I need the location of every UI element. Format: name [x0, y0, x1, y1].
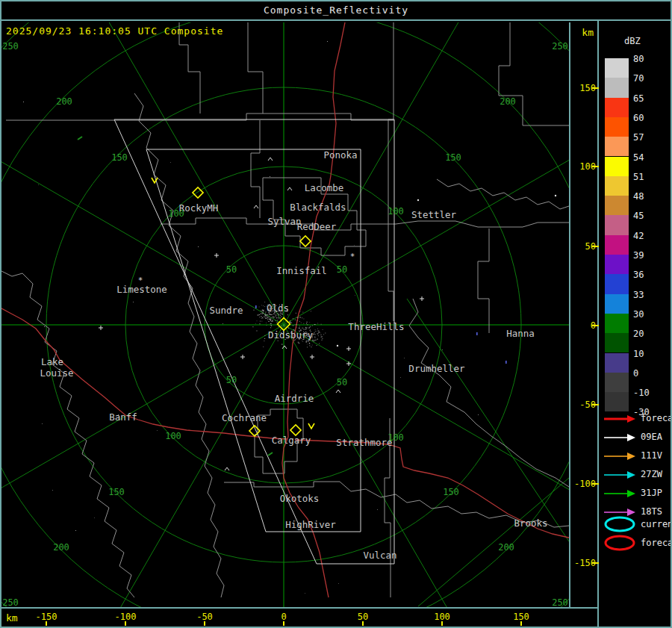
sidebar: dBZ 807065605754514845423936333020100-10… — [597, 21, 672, 627]
city-label: Lacombe — [305, 182, 344, 193]
clutter-echo — [281, 314, 283, 314]
bottom-axis-tick — [204, 621, 205, 626]
clutter-echo — [322, 340, 323, 341]
cell-motion-check-marker — [308, 423, 314, 429]
clutter-echo — [280, 315, 281, 316]
clutter-echo — [290, 322, 291, 323]
dot-marker — [417, 199, 419, 201]
city-label: Strathmore — [336, 437, 392, 448]
noise-speck — [355, 295, 355, 296]
colorscale-value-label: 70 — [633, 74, 644, 83]
clutter-echo — [262, 309, 263, 310]
clutter-echo — [302, 312, 303, 313]
clutter-echo — [267, 318, 268, 319]
caret-marker — [282, 346, 287, 349]
noise-speck — [338, 583, 339, 584]
radar-track-arrow-icon — [603, 451, 636, 461]
radar-map-canvas[interactable]: 2502001501005050100150200250501001502002… — [1, 22, 569, 607]
clutter-echo — [263, 346, 264, 347]
city-label: Innisfail — [276, 265, 327, 276]
city-label: Cochrane — [222, 412, 267, 423]
clutter-echo — [312, 326, 313, 326]
clutter-echo — [270, 323, 272, 324]
colorscale-value-label: 10 — [633, 349, 644, 358]
noise-speck — [133, 302, 134, 302]
clutter-echo — [320, 337, 322, 338]
range-ring-label: 250 — [2, 597, 19, 607]
clutter-echo — [323, 334, 324, 335]
range-ring-label: 150 — [111, 152, 128, 163]
noise-speck — [157, 430, 158, 431]
clutter-echo — [320, 335, 322, 335]
clutter-echo — [266, 323, 267, 323]
clutter-echo — [261, 318, 262, 319]
city-label: Drumheller — [408, 363, 465, 374]
colorscale-box — [605, 117, 629, 137]
clutter-echo — [272, 320, 273, 320]
clutter-echo — [258, 315, 259, 316]
legend-label: 18TS — [641, 506, 662, 517]
clutter-echo — [268, 316, 269, 317]
noise-speck — [442, 349, 443, 350]
clutter-echo — [293, 318, 293, 319]
clutter-echo — [293, 326, 293, 326]
city-label: Limestone — [116, 284, 167, 295]
bottom-axis-tick — [46, 621, 47, 626]
clutter-echo — [276, 322, 278, 323]
clutter-echo — [307, 324, 308, 325]
plus-marker — [214, 253, 219, 258]
clutter-echo — [317, 333, 319, 334]
clutter-echo — [321, 324, 322, 325]
colorscale-value-label: 48 — [633, 192, 644, 201]
legend-label: 27ZW — [641, 469, 662, 479]
colorscale-box — [605, 314, 629, 333]
bottom-axis-tick-label: -100 — [108, 612, 143, 622]
bottom-axis-tick — [441, 621, 443, 626]
clutter-echo — [264, 316, 264, 317]
clutter-echo — [307, 346, 308, 347]
right-axis-tick — [592, 246, 599, 247]
clutter-echo — [280, 317, 281, 318]
noise-speck — [52, 490, 53, 491]
range-ring-label: 150 — [445, 152, 461, 163]
clutter-echo — [318, 332, 320, 333]
clutter-echo — [306, 323, 307, 324]
clutter-echo — [252, 326, 253, 327]
clutter-echo — [299, 328, 300, 329]
right-axis: km 150100500-50-100-150 — [569, 22, 597, 607]
range-ring-label: 100 — [388, 206, 404, 217]
noise-speck — [44, 326, 45, 327]
clutter-echo — [298, 342, 299, 343]
colorscale-box — [605, 333, 629, 352]
clutter-echo — [306, 342, 307, 343]
clutter-echo — [264, 309, 264, 310]
clutter-echo — [317, 335, 318, 335]
caret-marker — [268, 158, 273, 161]
clutter-echo — [308, 328, 309, 329]
colorscale-box — [605, 58, 629, 78]
bottom-axis-tick-label: 100 — [424, 612, 460, 622]
noise-speck — [354, 245, 355, 246]
clutter-echo — [271, 321, 272, 322]
dot-marker — [337, 345, 338, 346]
clutter-echo — [296, 320, 298, 321]
range-ring-label: 200 — [498, 542, 514, 553]
clutter-echo — [314, 341, 314, 342]
colorscale-value-label: 65 — [633, 94, 644, 103]
colorscale-value-label: -10 — [633, 388, 650, 397]
clutter-echo — [269, 317, 270, 317]
colorscale-box — [605, 294, 629, 314]
city-label: Airdrie — [275, 393, 314, 404]
clutter-echo — [283, 326, 284, 326]
water-marker — [476, 332, 478, 335]
clutter-echo — [306, 341, 308, 341]
city-label: RedDeer — [297, 221, 337, 232]
clutter-echo — [301, 323, 302, 323]
colorscale-box — [605, 255, 629, 274]
noise-speck — [198, 246, 199, 247]
noise-speck — [305, 593, 305, 594]
water-marker — [255, 305, 257, 308]
window-titlebar[interactable]: Composite_Reflectivity — [0, 0, 672, 21]
noise-speck — [377, 509, 378, 510]
clutter-echo — [317, 339, 318, 340]
